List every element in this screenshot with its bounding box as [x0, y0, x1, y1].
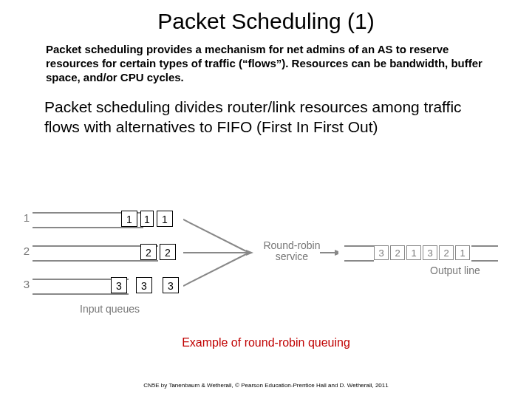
queue-line — [33, 260, 158, 262]
packet-box: 1 — [121, 211, 137, 227]
queue-line — [33, 245, 158, 247]
round-robin-service-label: Round-robin service — [259, 240, 325, 263]
rr-line1: Round-robin — [263, 239, 320, 251]
queue-number-1: 1 — [21, 211, 30, 224]
output-packet: 1 — [455, 245, 470, 260]
output-packet: 3 — [423, 245, 437, 260]
figure-caption: Example of round-robin queuing — [0, 336, 532, 349]
slide: Packet Scheduling (1) Packet scheduling … — [0, 0, 532, 399]
output-packet: 2 — [390, 245, 405, 260]
packet-box: 2 — [160, 244, 176, 260]
packet-box: 1 — [140, 211, 154, 227]
intro-paragraph: Packet scheduling provides a mechanism f… — [0, 34, 532, 84]
packet-box: 2 — [140, 244, 157, 260]
svg-line-0 — [183, 219, 246, 251]
main-paragraph: Packet scheduling divides router/link re… — [0, 84, 532, 137]
packet-box: 3 — [163, 277, 179, 293]
page-title: Packet Scheduling (1) — [0, 0, 532, 34]
input-queues-label: Input queues — [80, 303, 140, 315]
output-line-label: Output line — [430, 265, 480, 276]
packet-box: 3 — [136, 277, 152, 293]
packet-box: 3 — [111, 277, 127, 293]
output-packet: 2 — [439, 245, 454, 260]
round-robin-diagram: 1 1 1 1 2 2 2 3 3 3 3 Input queues Round… — [0, 207, 532, 332]
footer-citation: CN5E by Tanenbaum & Wetherall, © Pearson… — [0, 382, 532, 389]
queue-number-3: 3 — [21, 278, 30, 290]
queue-number-2: 2 — [21, 245, 30, 257]
svg-line-2 — [183, 254, 246, 286]
output-line-top — [344, 245, 374, 247]
output-packet: 3 — [374, 245, 389, 260]
packet-box: 1 — [157, 211, 173, 227]
svg-marker-5 — [335, 250, 338, 256]
output-line-top — [471, 245, 498, 247]
rr-line2: service — [276, 250, 308, 262]
queue-line — [33, 293, 129, 295]
output-line-bot — [344, 260, 374, 262]
output-line-bot — [471, 260, 498, 262]
svg-marker-3 — [246, 250, 253, 256]
output-packet: 1 — [406, 245, 421, 260]
